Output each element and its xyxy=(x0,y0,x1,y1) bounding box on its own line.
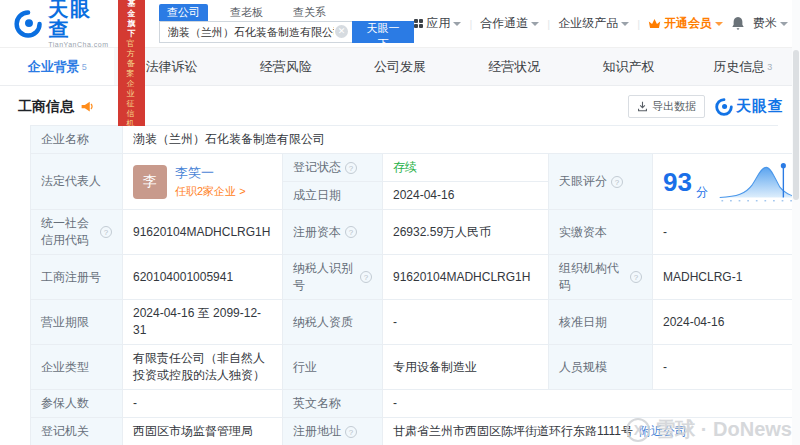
chevron-down-icon xyxy=(531,22,539,26)
nav-divider: | xyxy=(469,18,472,30)
field-label: 注册资本? xyxy=(283,210,383,255)
tab-company-background[interactable]: 企业背景5 xyxy=(0,48,114,85)
taxpayer-id-value: 91620104MADHCLRG1H xyxy=(383,255,549,300)
label-text: 统一社会信用代码 xyxy=(41,215,96,249)
company-tabbar: 企业背景5 法律诉讼 经营风险 公司发展 经营状况 知识产权 历史信息3 xyxy=(0,48,800,86)
reg-capital-value: 26932.59万人民币 xyxy=(383,210,549,255)
clear-search-icon[interactable]: ✕ xyxy=(335,25,348,38)
info-icon[interactable]: ? xyxy=(611,176,623,188)
staff-size-value: - xyxy=(653,345,800,390)
field-label: 纳税人资质 xyxy=(283,300,383,345)
badge-line1: 国家中小企业发展子基金旗下 xyxy=(124,0,139,39)
field-label: 企业名称 xyxy=(31,126,123,154)
english-name-value: - xyxy=(383,390,800,418)
scrollbar-thumb[interactable] xyxy=(793,50,799,200)
info-icon[interactable]: ? xyxy=(100,226,112,238)
logo-title: 天眼查 xyxy=(48,0,110,39)
field-label: 登记状态? xyxy=(283,154,383,182)
legal-rep-positions-link[interactable]: 任职2家企业 > xyxy=(175,183,246,200)
business-info-table: 企业名称 渤装（兰州）石化装备制造有限公司 法定代表人 李 李笑一 任职2家企业… xyxy=(30,125,778,445)
company-type-value: 有限责任公司（非自然人投资或控股的法人独资） xyxy=(123,345,283,390)
bell-icon xyxy=(731,16,745,31)
org-code-value: MADHCLRG-1 xyxy=(653,255,800,300)
info-icon[interactable]: ? xyxy=(630,271,642,283)
score-unit: 分 xyxy=(696,184,708,201)
search-tab-company[interactable]: 查公司 xyxy=(159,4,208,21)
tab-operating-status[interactable]: 经营状况 xyxy=(457,48,571,85)
insured-count-value: - xyxy=(123,390,283,418)
tab-label: 企业背景 xyxy=(28,58,80,76)
info-icon[interactable]: ? xyxy=(345,426,357,438)
tab-operating-risk[interactable]: 经营风险 xyxy=(229,48,343,85)
tab-legal-litigation[interactable]: 法律诉讼 xyxy=(114,48,228,85)
nav-apps[interactable]: 应用 xyxy=(414,15,462,32)
tab-label: 公司发展 xyxy=(374,58,426,76)
reg-address-value: 甘肃省兰州市西固区陈坪街道环行东路1111号 xyxy=(393,423,633,440)
search-input[interactable] xyxy=(159,21,352,43)
industry-value: 专用设备制造业 xyxy=(383,345,549,390)
label-text: 天眼评分 xyxy=(559,173,607,190)
tab-intellectual-property[interactable]: 知识产权 xyxy=(571,48,685,85)
nav-open-vip[interactable]: 开通会员 xyxy=(648,15,723,32)
chevron-down-icon xyxy=(715,22,723,26)
nav-user-menu[interactable]: 费米 xyxy=(753,15,788,32)
logo-subtitle: TianYanCha.com xyxy=(48,41,110,48)
nav-partner-channel[interactable]: 合作通道 xyxy=(480,15,539,32)
section-title: 工商信息 xyxy=(18,98,74,116)
tab-history-info[interactable]: 历史信息3 xyxy=(686,48,800,85)
tianyancha-logo-icon xyxy=(14,9,42,39)
score-distribution-chart xyxy=(718,161,800,203)
label-text: 纳税人识别号 xyxy=(293,260,356,294)
company-name-value: 渤装（兰州）石化装备制造有限公司 xyxy=(123,126,800,154)
tianyan-score-cell[interactable]: 93 分 xyxy=(653,154,800,210)
search-tab-boss[interactable]: 查老板 xyxy=(222,4,271,21)
info-icon[interactable]: ? xyxy=(345,226,357,238)
legal-rep-cell: 李 李笑一 任职2家企业 > xyxy=(123,154,283,210)
download-icon xyxy=(637,101,648,112)
header-nav: 应用 | 合作通道 | 企业级产品 | 开通会员 费米 xyxy=(414,15,788,32)
crown-icon xyxy=(648,18,661,29)
search-button[interactable]: 天眼一下 xyxy=(352,21,414,43)
tab-label: 经营状况 xyxy=(488,58,540,76)
brand-watermark: 天眼查 xyxy=(715,97,784,116)
tianyancha-logo-icon xyxy=(715,98,733,116)
notification-bell[interactable] xyxy=(731,16,745,31)
field-label: 营业期限 xyxy=(31,300,123,345)
label-text: 组织机构代码 xyxy=(559,260,626,294)
tab-label: 法律诉讼 xyxy=(145,58,197,76)
field-label: 成立日期 xyxy=(283,182,383,210)
field-label: 企业类型 xyxy=(31,345,123,390)
chevron-down-icon xyxy=(780,22,788,26)
chevron-down-icon xyxy=(621,22,629,26)
nav-vip-label: 开通会员 xyxy=(664,15,712,32)
info-icon[interactable]: ? xyxy=(360,271,372,283)
field-label: 行业 xyxy=(283,345,383,390)
export-data-button[interactable]: 导出数据 xyxy=(628,95,705,118)
tianyancha-logo[interactable]: 天眼查 TianYanCha.com xyxy=(14,0,110,48)
field-label: 纳税人识别号? xyxy=(283,255,383,300)
announcement-icon xyxy=(80,100,93,113)
nearby-companies-link[interactable]: 附近公司 xyxy=(639,423,687,440)
field-label: 人员规模 xyxy=(549,345,653,390)
legal-rep-name-link[interactable]: 李笑一 xyxy=(175,164,246,181)
field-label: 组织机构代码? xyxy=(549,255,653,300)
approval-date-value: 2024-04-16 xyxy=(653,300,800,345)
nav-apps-label: 应用 xyxy=(426,15,450,32)
top-header: 天眼查 TianYanCha.com 国家中小企业发展子基金旗下 官方备案企业征… xyxy=(0,0,800,48)
field-label: 统一社会信用代码? xyxy=(31,210,123,255)
tab-company-development[interactable]: 公司发展 xyxy=(343,48,457,85)
nav-enterprise-products[interactable]: 企业级产品 xyxy=(558,15,629,32)
label-text: 注册资本 xyxy=(293,224,341,241)
reg-authority-value: 西固区市场监督管理局 xyxy=(123,418,283,445)
info-icon[interactable]: ? xyxy=(345,162,357,174)
export-label: 导出数据 xyxy=(652,99,696,114)
tab-label: 知识产权 xyxy=(603,58,655,76)
nav-divider: | xyxy=(637,18,640,30)
field-label: 实缴资本 xyxy=(549,210,653,255)
page-scrollbar[interactable] xyxy=(792,0,800,445)
field-label: 英文名称 xyxy=(283,390,383,418)
field-label: 登记机关 xyxy=(31,418,123,445)
chevron-down-icon xyxy=(453,22,461,26)
search-tab-relation[interactable]: 查关系 xyxy=(285,4,334,21)
avatar[interactable]: 李 xyxy=(133,165,167,199)
